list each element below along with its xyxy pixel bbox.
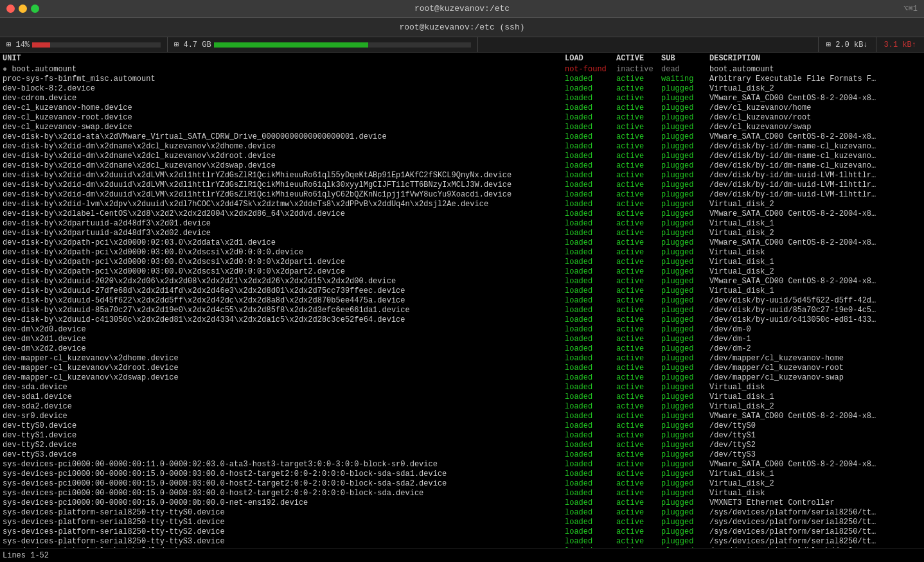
cell-unit: dev-disk-by\x2duuid-2020\x2dx2d06\x2dx2d…: [3, 277, 565, 286]
mem-fill: [214, 42, 368, 48]
lines-label: Lines 1-52: [3, 551, 49, 560]
table-row: dev-sr0.deviceloadedactivepluggedVMware_…: [0, 412, 924, 421]
cell-load: loaded: [565, 229, 616, 238]
cell-active: active: [616, 335, 661, 344]
table-row: dev-dm\x2d0.deviceloadedactiveplugged/de…: [0, 325, 924, 335]
cell-active: active: [616, 152, 661, 161]
table-row: sys-devices-pci0000:00-0000:00:16.0-0000…: [0, 498, 924, 508]
cell-sub: plugged: [661, 315, 709, 325]
table-row: sys-devices-pci0000:00-0000:00:11.0-0000…: [0, 460, 924, 470]
cell-load: loaded: [565, 209, 616, 219]
cell-sub: plugged: [661, 229, 709, 238]
cell-sub: plugged: [661, 335, 709, 344]
cell-load: loaded: [565, 364, 616, 373]
cell-active: active: [616, 344, 661, 354]
cell-load: loaded: [565, 489, 616, 498]
table-row: dev-disk-by\x2dlabel-CentOS\x2d8\x2d2\x2…: [0, 209, 924, 219]
close-button[interactable]: [6, 4, 15, 13]
cell-desc: /dev/ttyS3: [709, 450, 921, 460]
cell-active: active: [616, 489, 661, 498]
cell-load: loaded: [565, 450, 616, 460]
cell-sub: plugged: [661, 84, 709, 94]
cell-sub: plugged: [661, 364, 709, 373]
cell-sub: plugged: [661, 94, 709, 103]
cell-active: active: [616, 277, 661, 286]
cell-sub: plugged: [661, 402, 709, 412]
cell-desc: /sys/devices/platform/serial8250/tt…: [709, 518, 921, 527]
header-sub: SUB: [661, 54, 709, 64]
traffic-lights[interactable]: [6, 4, 39, 13]
cell-desc: /dev/disk/by-uuid/c413050c-ed81-433…: [709, 315, 921, 325]
cpu-bar: [32, 42, 161, 48]
table-row: dev-block-8:2.deviceloadedactivepluggedV…: [0, 84, 924, 94]
cell-desc: Virtual_disk_2: [709, 267, 921, 277]
table-row: dev-disk-by\x2did-dm\x2dname\x2dcl_kuzev…: [0, 152, 924, 161]
cell-load: loaded: [565, 412, 616, 421]
cpu-fill: [32, 42, 50, 48]
cell-desc: Virtual_disk_2: [709, 200, 921, 209]
cell-unit: dev-dm\x2d1.device: [3, 335, 565, 344]
table-row: dev-disk-by\x2dpath-pci\x2d0000:03:00.0\…: [0, 267, 924, 277]
cell-unit: dev-cl_kuzevanov-swap.device: [3, 123, 565, 132]
cell-active: active: [616, 412, 661, 421]
cell-load: loaded: [565, 161, 616, 171]
cell-active: active: [616, 421, 661, 431]
cell-desc: /sys/devices/platform/serial8250/tt…: [709, 537, 921, 547]
cell-sub: plugged: [661, 508, 709, 518]
cell-desc: Arbitrary Executable File Formats F…: [709, 75, 921, 84]
cell-desc: Virtual_disk_2: [709, 84, 921, 94]
cell-unit: sys-devices-pci0000:00-0000:00:15.0-0000…: [3, 479, 565, 489]
table-row: dev-sda1.deviceloadedactivepluggedVirtua…: [0, 392, 924, 402]
cell-active: active: [616, 354, 661, 364]
cell-sub: plugged: [661, 431, 709, 441]
cell-load: loaded: [565, 431, 616, 441]
cell-load: loaded: [565, 335, 616, 344]
cell-unit: dev-sda1.device: [3, 392, 565, 402]
cell-load: loaded: [565, 460, 616, 470]
cell-load: loaded: [565, 75, 616, 84]
cell-sub: plugged: [661, 527, 709, 537]
cell-sub: plugged: [661, 412, 709, 421]
cell-active: active: [616, 547, 661, 548]
cell-active: active: [616, 142, 661, 152]
cell-active: active: [616, 286, 661, 296]
cell-active: active: [616, 123, 661, 132]
cell-desc: /dev/disk/by-id/dm-name-cl_kuzevano…: [709, 161, 921, 171]
cell-load: loaded: [565, 315, 616, 325]
cell-unit: dev-disk-by\x2did-dm\x2duuid\x2dLVM\x2dl…: [3, 190, 565, 200]
cell-unit: sys-devices-pci0000:00-0000:00:15.0-0000…: [3, 489, 565, 498]
cell-unit: sys-devices-pci0000:00-0000:00:16.0-0000…: [3, 498, 565, 508]
cell-active: active: [616, 479, 661, 489]
table-row: dev-disk-by\x2did-ata\x2dVMware_Virtual_…: [0, 132, 924, 142]
cell-load: loaded: [565, 518, 616, 527]
cell-active: active: [616, 306, 661, 315]
cell-unit: dev-block-8:2.device: [3, 84, 565, 94]
cell-unit: dev-disk-by\x2dpartuuid-a2d48df3\x2d01.d…: [3, 219, 565, 229]
maximize-button[interactable]: [31, 4, 39, 13]
cell-load: loaded: [565, 171, 616, 180]
table-row: sys-devices-platform-serial8250-tty-ttyS…: [0, 508, 924, 518]
table-row: dev-sda.deviceloadedactivepluggedVirtual…: [0, 383, 924, 392]
cell-desc: Virtual_disk: [709, 248, 921, 258]
table-row: dev-ttyS0.deviceloadedactiveplugged/dev/…: [0, 421, 924, 431]
table-body: ● boot.automountnot-foundinactivedeadboo…: [0, 65, 924, 548]
minimize-button[interactable]: [19, 4, 27, 13]
table-row: dev-disk-by\x2did-dm\x2dname\x2dcl_kuzev…: [0, 142, 924, 152]
cell-load: loaded: [565, 547, 616, 548]
cell-desc: /dev/mapper/cl_kuzevanov-root: [709, 364, 921, 373]
terminal[interactable]: UNIT LOAD ACTIVE SUB DESCRIPTION ● boot.…: [0, 53, 924, 548]
table-row: dev-disk-by\x2dpath-pci\x2d0000:03:00.0\…: [0, 258, 924, 267]
cell-desc: /dev/disk/by-id/dm-name-cl_kuzevano…: [709, 152, 921, 161]
cell-desc: VMXNET3 Ethernet Controller: [709, 498, 921, 508]
cell-load: loaded: [565, 383, 616, 392]
cell-unit: ● boot.automount: [3, 65, 565, 75]
table-row: proc-sys-fs-binfmt_misc.automountloadeda…: [0, 75, 924, 84]
cell-unit: dev-disk-by\x2did-ata\x2dVMware_Virtual_…: [3, 132, 565, 142]
cell-unit: dev-disk-by\x2dpath-pci\x2d0000:03:00.0\…: [3, 267, 565, 277]
cell-sub: plugged: [661, 258, 709, 267]
cell-unit: dev-ttyS0.device: [3, 421, 565, 431]
tab-label[interactable]: root@kuzevanov:/etc (ssh): [399, 22, 524, 32]
cell-unit: sys-devices-virtual-block-dm\x2d0.device: [3, 547, 565, 548]
cell-desc: Virtual_disk_2: [709, 229, 921, 238]
cell-load: loaded: [565, 537, 616, 547]
